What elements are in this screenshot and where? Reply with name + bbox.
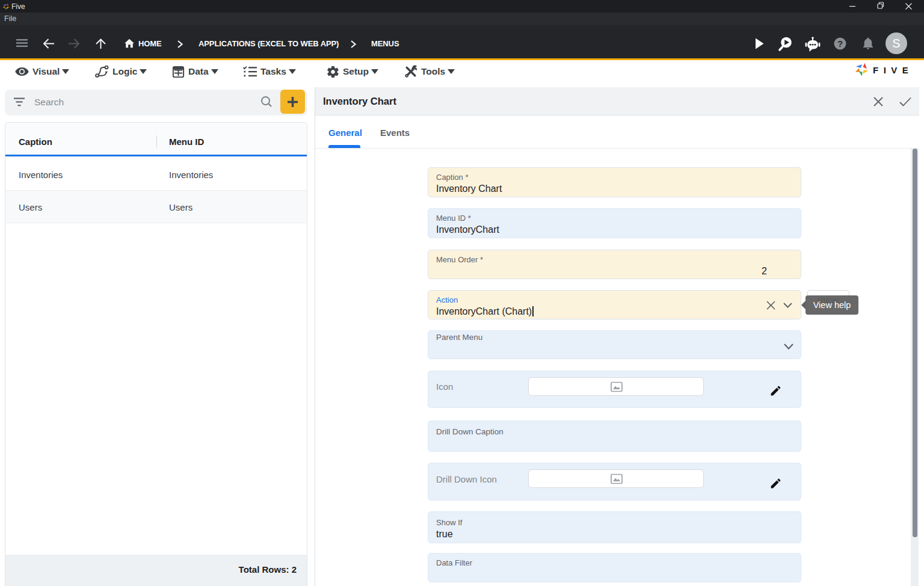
svg-text:?: ?: [837, 39, 843, 49]
